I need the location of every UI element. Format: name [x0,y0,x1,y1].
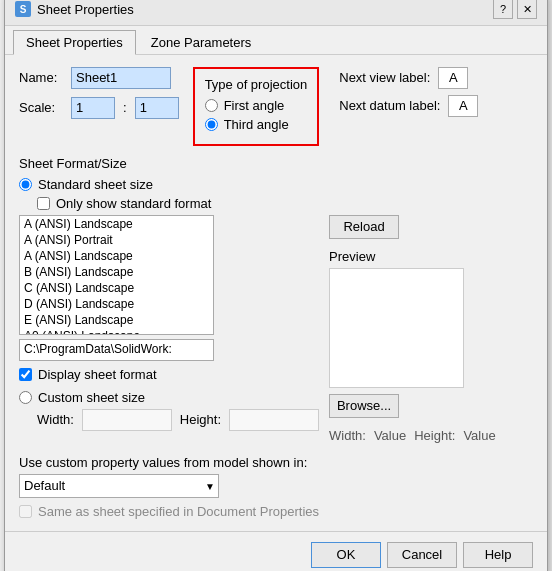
first-angle-row[interactable]: First angle [205,98,308,113]
next-labels-section: Next view label: Next datum label: [339,67,478,117]
projection-box: Type of projection First angle Third ang… [193,67,320,146]
height-input[interactable] [229,409,319,431]
custom-label: Custom sheet size [38,390,145,405]
help-button[interactable]: Help [463,542,533,568]
width-label: Width: [37,412,74,427]
preview-section: Preview [329,249,464,388]
only-standard-label: Only show standard format [56,196,211,211]
height-val-label: Height: [414,428,455,443]
third-angle-row[interactable]: Third angle [205,117,308,132]
name-row: Name: [19,67,179,89]
format-area: A (ANSI) LandscapeA (ANSI) PortraitA (AN… [19,215,496,443]
title-bar-left: S Sheet Properties [15,1,134,17]
next-view-input[interactable] [438,67,468,89]
scale-label: Scale: [19,100,63,115]
same-as-row: Same as sheet specified in Document Prop… [19,504,533,519]
help-title-button[interactable]: ? [493,0,513,19]
tab-bar: Sheet Properties Zone Parameters [5,26,547,55]
same-as-checkbox[interactable] [19,505,32,518]
next-datum-input[interactable] [448,95,478,117]
width-val: Value [374,428,406,443]
width-input[interactable] [82,409,172,431]
close-button[interactable]: ✕ [517,0,537,19]
browse-button[interactable]: Browse... [329,394,399,418]
next-datum-row: Next datum label: [339,95,478,117]
scale-colon: : [123,100,127,115]
property-select-wrap: Default ▼ [19,474,219,498]
sheet-format-left: Standard sheet size Only show standard f… [19,177,496,443]
display-format-checkbox[interactable] [19,368,32,381]
dialog-content: Name: Scale: : Type of projection First … [5,55,547,531]
display-format-row: Display sheet format [19,367,319,382]
property-select[interactable]: Default [19,474,219,498]
standard-radio[interactable] [19,178,32,191]
first-angle-radio[interactable] [205,99,218,112]
custom-radio-row[interactable]: Custom sheet size [19,390,319,405]
list-item[interactable]: A (ANSI) Landscape [20,216,213,232]
dialog-icon: S [15,1,31,17]
height-label: Height: [180,412,221,427]
list-item[interactable]: A0 (ANSI) Landscape [20,328,213,335]
buttons-preview: Reload Preview Browse... Width: Value He… [329,215,496,443]
list-item[interactable]: E (ANSI) Landscape [20,312,213,328]
display-format-label[interactable]: Display sheet format [19,367,319,382]
property-section: Use custom property values from model sh… [19,455,533,519]
name-scale-section: Name: Scale: : [19,67,179,127]
name-label: Name: [19,70,63,85]
tab-zone-parameters[interactable]: Zone Parameters [138,30,264,54]
first-angle-label: First angle [224,98,285,113]
list-item[interactable]: A (ANSI) Landscape [20,248,213,264]
cancel-button[interactable]: Cancel [387,542,457,568]
list-item[interactable]: A (ANSI) Portrait [20,232,213,248]
property-label: Use custom property values from model sh… [19,455,533,470]
third-angle-label: Third angle [224,117,289,132]
wh-row: Width: Value Height: Value [329,428,496,443]
preview-area [329,268,464,388]
custom-size-section: Custom sheet size Width: Height: [19,390,319,431]
width-val-label: Width: [329,428,366,443]
preview-label: Preview [329,249,464,264]
next-view-label: Next view label: [339,70,430,85]
list-column: A (ANSI) LandscapeA (ANSI) PortraitA (AN… [19,215,319,443]
bottom-buttons: OK Cancel Help [5,531,547,572]
only-standard-row[interactable]: Only show standard format [37,196,496,211]
title-buttons: ? ✕ [493,0,537,19]
scale-row: Scale: : [19,97,179,119]
sheet-format-section: Sheet Format/Size Standard sheet size On… [19,156,533,443]
same-as-label: Same as sheet specified in Document Prop… [38,504,319,519]
display-format-text: Display sheet format [38,367,157,382]
path-input: C:\ProgramData\SolidWork: [19,339,214,361]
scale-input-1[interactable] [71,97,115,119]
projection-title: Type of projection [205,77,308,92]
sheet-format-title: Sheet Format/Size [19,156,533,171]
reload-button[interactable]: Reload [329,215,399,239]
dialog-title: Sheet Properties [37,2,134,17]
title-bar: S Sheet Properties ? ✕ [5,0,547,26]
list-item[interactable]: D (ANSI) Landscape [20,296,213,312]
list-item[interactable]: C (ANSI) Landscape [20,280,213,296]
only-standard-checkbox[interactable] [37,197,50,210]
custom-dimensions: Width: Height: [37,409,319,431]
next-datum-label: Next datum label: [339,98,440,113]
third-angle-radio[interactable] [205,118,218,131]
height-val: Value [463,428,495,443]
ok-button[interactable]: OK [311,542,381,568]
next-view-row: Next view label: [339,67,478,89]
list-item[interactable]: B (ANSI) Landscape [20,264,213,280]
scale-input-2[interactable] [135,97,179,119]
tab-sheet-properties[interactable]: Sheet Properties [13,30,136,55]
custom-radio[interactable] [19,391,32,404]
name-input[interactable] [71,67,171,89]
sheet-size-listbox[interactable]: A (ANSI) LandscapeA (ANSI) PortraitA (AN… [19,215,214,335]
sheet-properties-dialog: S Sheet Properties ? ✕ Sheet Properties … [4,0,548,571]
standard-label: Standard sheet size [38,177,153,192]
standard-radio-row[interactable]: Standard sheet size [19,177,496,192]
